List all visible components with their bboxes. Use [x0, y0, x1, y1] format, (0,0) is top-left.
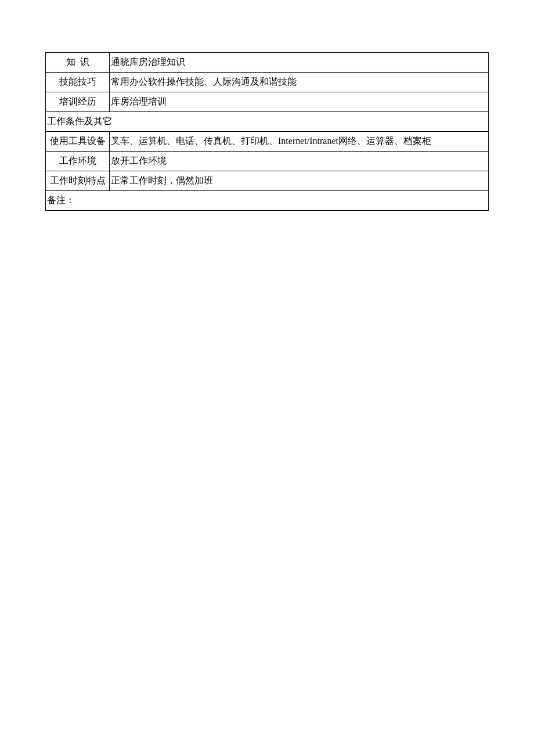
tools-value: 叉车、运算机、电话、传真机、打印机、Internet/Intranet网络、运算… — [110, 132, 489, 152]
schedule-value: 正常工作时刻，偶然加班 — [110, 171, 489, 191]
table-row: 使用工具设备 叉车、运算机、电话、传真机、打印机、Internet/Intran… — [46, 132, 489, 152]
job-description-table: 知识 通晓库房治理知识 技能技巧 常用办公软件操作技能、人际沟通及和谐技能 培训… — [45, 52, 489, 211]
table-row: 工作环境 放开工作环境 — [46, 152, 489, 171]
remarks-label: 备注： — [46, 191, 489, 211]
training-label: 培训经历 — [46, 92, 110, 112]
table-row: 培训经历 库房治理培训 — [46, 92, 489, 112]
tools-label: 使用工具设备 — [46, 132, 110, 152]
skills-value: 常用办公软件操作技能、人际沟通及和谐技能 — [110, 73, 489, 92]
table-row: 技能技巧 常用办公软件操作技能、人际沟通及和谐技能 — [46, 73, 489, 92]
table-row: 工作条件及其它 — [46, 112, 489, 132]
work-conditions-header: 工作条件及其它 — [46, 112, 489, 132]
environment-value: 放开工作环境 — [110, 152, 489, 171]
training-value: 库房治理培训 — [110, 92, 489, 112]
table-row: 工作时刻特点 正常工作时刻，偶然加班 — [46, 171, 489, 191]
skills-label: 技能技巧 — [46, 73, 110, 92]
schedule-label: 工作时刻特点 — [46, 171, 110, 191]
table-row: 知识 通晓库房治理知识 — [46, 53, 489, 73]
environment-label: 工作环境 — [46, 152, 110, 171]
knowledge-label: 知识 — [46, 53, 110, 73]
knowledge-value: 通晓库房治理知识 — [110, 53, 489, 73]
table-row: 备注： — [46, 191, 489, 211]
